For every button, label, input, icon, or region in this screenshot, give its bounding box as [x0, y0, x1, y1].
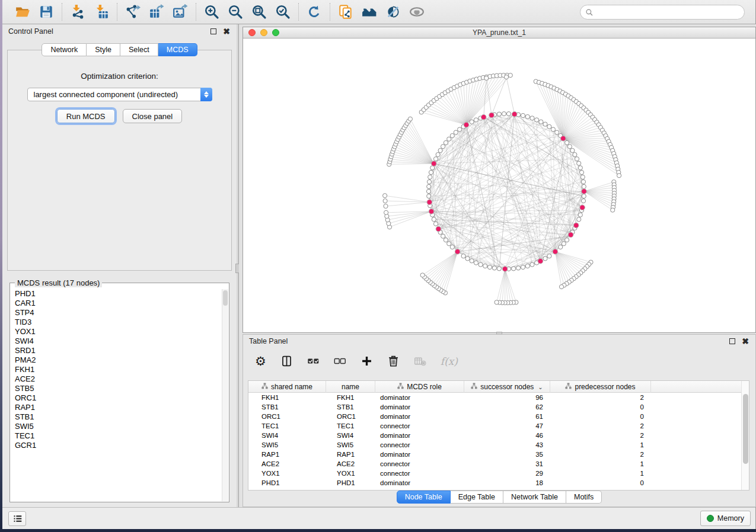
mcds-result-node[interactable]: SWI4 — [11, 336, 222, 346]
delete-column-button[interactable] — [387, 355, 400, 367]
network-node[interactable] — [427, 184, 431, 188]
mcds-result-node[interactable]: YOX1 — [11, 327, 222, 336]
show-columns-button[interactable] — [280, 355, 293, 367]
network-node[interactable] — [580, 175, 585, 179]
network-node[interactable] — [436, 152, 440, 156]
network-node[interactable] — [438, 148, 442, 152]
mcds-hub-node[interactable] — [481, 114, 486, 120]
network-node[interactable] — [427, 180, 431, 184]
network-node[interactable] — [582, 194, 586, 198]
zoom-out-button[interactable] — [226, 3, 245, 21]
mcds-result-node[interactable]: ORC1 — [11, 393, 222, 403]
table-row[interactable]: ORC1ORC1dominator610 — [248, 412, 749, 421]
network-node[interactable] — [521, 265, 525, 269]
mcds-result-node[interactable]: FKH1 — [11, 365, 222, 374]
table-scrollbar[interactable] — [741, 381, 749, 490]
close-panel-button-inner[interactable]: Close panel — [123, 109, 183, 123]
network-node[interactable] — [530, 262, 534, 267]
zoom-in-button[interactable] — [202, 3, 221, 21]
network-node[interactable] — [567, 145, 572, 149]
mcds-result-node[interactable]: ACE2 — [11, 374, 222, 384]
mcds-result-node[interactable]: RAP1 — [11, 403, 222, 412]
mcds-hub-node[interactable] — [429, 209, 434, 214]
mcds-hub-node[interactable] — [455, 249, 460, 255]
table-row[interactable]: TEC1TEC1connector472 — [248, 421, 749, 431]
table-row[interactable]: STB1STB1dominator620 — [248, 402, 749, 412]
table-scrollbar-thumb[interactable] — [743, 394, 748, 464]
mcds-hub-node[interactable] — [436, 226, 441, 232]
first-neighbors-button[interactable] — [360, 3, 379, 21]
network-node[interactable] — [578, 213, 582, 217]
run-mcds-button[interactable]: Run MCDS — [57, 109, 115, 123]
network-node[interactable] — [487, 265, 492, 269]
zoom-fit-button[interactable] — [250, 3, 269, 21]
network-node[interactable] — [521, 113, 525, 117]
network-node[interactable] — [461, 254, 465, 258]
mcds-result-node[interactable]: PHD1 — [11, 289, 222, 299]
network-node[interactable] — [565, 140, 569, 145]
mcds-hub-node[interactable] — [502, 267, 508, 272]
network-node[interactable] — [479, 262, 483, 267]
mcds-result-node[interactable]: TID3 — [11, 318, 222, 327]
mcds-hub-node[interactable] — [561, 136, 566, 141]
save-session-button[interactable] — [37, 3, 56, 21]
deselect-all-button[interactable] — [334, 355, 346, 367]
network-node[interactable] — [447, 242, 451, 246]
add-column-button[interactable] — [361, 355, 373, 367]
tab-select[interactable]: Select — [120, 43, 158, 56]
refresh-button[interactable] — [305, 3, 324, 21]
mcds-hub-node[interactable] — [512, 111, 517, 117]
satellite-node[interactable] — [384, 210, 388, 214]
network-node[interactable] — [573, 152, 577, 156]
column-header-predecessor-nodes[interactable]: predecessor nodes — [550, 381, 651, 393]
import-table-button[interactable] — [92, 3, 111, 21]
satellite-node[interactable] — [611, 208, 615, 212]
network-canvas[interactable] — [243, 39, 755, 332]
network-node[interactable] — [429, 170, 433, 174]
network-node[interactable] — [551, 127, 555, 132]
mcds-hub-node[interactable] — [489, 113, 495, 118]
network-node[interactable] — [458, 127, 462, 132]
mcds-hub-node[interactable] — [580, 205, 585, 210]
network-node[interactable] — [559, 245, 563, 249]
network-node[interactable] — [427, 194, 431, 198]
close-table-panel-button[interactable]: ✖ — [741, 337, 749, 345]
satellite-node[interactable] — [504, 75, 508, 79]
table-row[interactable]: SWI5SWI5connector431 — [248, 440, 749, 450]
export-network-button[interactable] — [123, 3, 142, 21]
satellite-node[interactable] — [384, 204, 388, 208]
table-row[interactable]: PHD1PHD1dominator180 — [248, 478, 749, 488]
network-node[interactable] — [530, 116, 534, 120]
table-row[interactable]: RAP1RAP1dominator352 — [248, 450, 749, 459]
network-node[interactable] — [454, 130, 458, 134]
network-node[interactable] — [450, 245, 454, 249]
network-node[interactable] — [543, 122, 547, 126]
network-node[interactable] — [428, 175, 432, 179]
network-node[interactable] — [578, 166, 582, 170]
tab-node-table[interactable]: Node Table — [397, 491, 451, 504]
satellite-node[interactable] — [617, 174, 621, 178]
table-row[interactable]: SWI4SWI4dominator462 — [248, 431, 749, 440]
network-node[interactable] — [562, 242, 566, 246]
network-node[interactable] — [582, 184, 586, 188]
mcds-hub-node[interactable] — [427, 200, 432, 205]
mcds-result-node[interactable]: CAR1 — [11, 299, 222, 308]
search-input[interactable] — [594, 7, 744, 18]
column-header-MCDS-role[interactable]: MCDS role — [375, 381, 464, 393]
network-node[interactable] — [555, 130, 559, 134]
network-node[interactable] — [444, 140, 448, 145]
network-node[interactable] — [474, 261, 478, 265]
table-row[interactable]: FKH1FKH1dominator962 — [248, 393, 749, 402]
network-node[interactable] — [547, 254, 551, 258]
mcds-hub-node[interactable] — [568, 232, 573, 238]
column-header-successor-nodes[interactable]: successor nodes⌄ — [464, 381, 550, 393]
tab-network[interactable]: Network — [42, 43, 87, 56]
network-node[interactable] — [512, 267, 516, 271]
satellite-node[interactable] — [495, 300, 499, 305]
network-node[interactable] — [539, 120, 543, 124]
export-image-button[interactable] — [171, 3, 190, 21]
network-node[interactable] — [525, 264, 529, 268]
mcds-result-node[interactable]: SRD1 — [11, 346, 222, 355]
import-network-button[interactable] — [68, 3, 87, 21]
mcds-hub-node[interactable] — [582, 189, 587, 194]
